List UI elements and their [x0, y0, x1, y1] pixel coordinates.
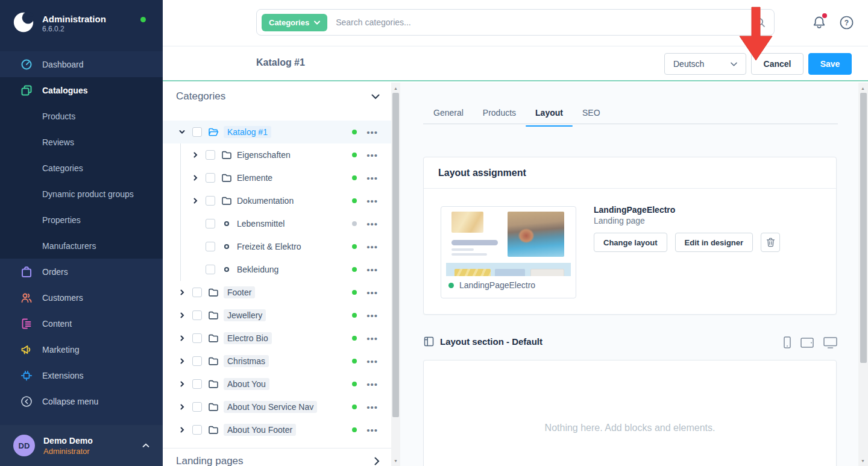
sidebar-subitem-categories[interactable]: Categories: [0, 155, 163, 181]
expand-node-icon[interactable]: [178, 357, 187, 365]
layout-preview[interactable]: LandingPageElectro: [441, 206, 576, 298]
context-menu-button[interactable]: •••: [366, 333, 378, 344]
tree-item-checkbox[interactable]: [192, 356, 202, 366]
tree-item-bekleidung[interactable]: Bekleidung•••: [163, 258, 391, 281]
tree-item-lebensmittel[interactable]: Lebensmittel•••: [163, 212, 391, 235]
tree-item-freizeit-elektro[interactable]: Freizeit & Elektro•••: [163, 235, 391, 258]
tree-item-label[interactable]: Bekleidung: [237, 265, 278, 274]
scroll-down-arrow[interactable]: ▼: [391, 456, 400, 465]
expand-node-icon[interactable]: [178, 426, 187, 434]
sidebar-item-dashboard[interactable]: Dashboard: [0, 51, 163, 77]
scroll-down-arrow[interactable]: ▼: [858, 456, 867, 465]
expand-node-icon[interactable]: [192, 174, 200, 182]
search-entity-tag[interactable]: Categories: [262, 14, 327, 31]
expand-node-icon[interactable]: [178, 380, 187, 388]
tree-item-checkbox[interactable]: [192, 333, 202, 343]
scroll-up-arrow[interactable]: ▲: [858, 84, 867, 92]
tree-item-label[interactable]: Jewellery: [224, 309, 266, 321]
tree-item-about-you-service-nav[interactable]: About You Service Nav•••: [163, 395, 391, 418]
context-menu-button[interactable]: •••: [366, 425, 378, 435]
tree-item-footer[interactable]: Footer•••: [163, 281, 391, 304]
tree-item-christmas[interactable]: Christmas•••: [163, 350, 391, 373]
tree-item-label[interactable]: Katalog #1: [224, 126, 271, 138]
tree-item-checkbox[interactable]: [192, 425, 202, 435]
expand-node-icon[interactable]: [178, 334, 187, 342]
tree-item-dokumentation[interactable]: Dokumentation•••: [163, 189, 391, 212]
cancel-button[interactable]: Cancel: [751, 53, 804, 75]
tree-item-checkbox[interactable]: [206, 219, 215, 228]
search-input[interactable]: [336, 17, 755, 27]
sidebar-item-customers[interactable]: Customers: [0, 285, 163, 310]
tree-item-checkbox[interactable]: [192, 127, 202, 137]
collapse-node-icon[interactable]: [178, 128, 187, 136]
context-menu-button[interactable]: •••: [366, 379, 378, 389]
tree-item-label[interactable]: Christmas: [224, 355, 269, 367]
sidebar-item-content[interactable]: Content: [0, 310, 163, 336]
tree-item-label[interactable]: Elemente: [237, 173, 272, 183]
tree-item-checkbox[interactable]: [192, 288, 202, 297]
tree-item-label[interactable]: About You: [224, 378, 269, 390]
context-menu-button[interactable]: •••: [366, 173, 378, 183]
expand-node-icon[interactable]: [192, 197, 200, 205]
tree-item-label[interactable]: Dokumentation: [237, 196, 294, 206]
sidebar-subitem-manufacturers[interactable]: Manufacturers: [0, 233, 163, 259]
context-menu-button[interactable]: •••: [366, 219, 378, 229]
edit-in-designer-button[interactable]: Edit in designer: [675, 233, 753, 252]
sidebar-subitem-products[interactable]: Products: [0, 103, 163, 129]
tree-item-label[interactable]: Electro Bio: [224, 332, 272, 344]
tree-item-label[interactable]: Lebensmittel: [237, 219, 285, 228]
sidebar-subitem-dynamic-product-groups[interactable]: Dynamic product groups: [0, 181, 163, 207]
tree-item-label[interactable]: Eigenschaften: [237, 150, 291, 160]
change-layout-button[interactable]: Change layout: [594, 233, 667, 252]
scroll-up-arrow[interactable]: ▲: [391, 84, 400, 92]
tree-item-jewellery[interactable]: Jewellery•••: [163, 304, 391, 327]
main-scrollbar[interactable]: ▲ ▼: [858, 83, 868, 466]
context-menu-button[interactable]: •••: [366, 127, 378, 137]
tree-item-electro-bio[interactable]: Electro Bio•••: [163, 327, 391, 350]
expand-node-icon[interactable]: [192, 151, 200, 159]
tree-item-checkbox[interactable]: [206, 150, 215, 160]
tree-item-checkbox[interactable]: [192, 379, 202, 389]
notifications-button[interactable]: [812, 14, 826, 33]
remove-layout-button[interactable]: [761, 233, 780, 252]
tree-item-checkbox[interactable]: [192, 310, 202, 320]
context-menu-button[interactable]: •••: [366, 242, 378, 252]
context-menu-button[interactable]: •••: [366, 356, 378, 367]
tree-scrollbar[interactable]: ▲ ▼: [391, 83, 400, 466]
global-search[interactable]: Categories: [256, 9, 775, 36]
tree-item-label[interactable]: About You Footer: [224, 424, 296, 436]
expand-node-icon[interactable]: [178, 311, 187, 320]
sidebar-item-catalogues[interactable]: Catalogues: [0, 77, 163, 103]
help-button[interactable]: ?: [840, 16, 854, 32]
sidebar-item-marketing[interactable]: Marketing: [0, 336, 163, 362]
scroll-thumb[interactable]: [860, 93, 867, 363]
tree-item-checkbox[interactable]: [206, 196, 215, 206]
tree-item-about-you-footer[interactable]: About You Footer•••: [163, 418, 391, 441]
save-button[interactable]: Save: [808, 53, 852, 75]
context-menu-button[interactable]: •••: [366, 288, 378, 298]
expand-node-icon[interactable]: [178, 288, 187, 297]
context-menu-button[interactable]: •••: [366, 310, 378, 321]
scroll-thumb[interactable]: [392, 93, 399, 417]
tree-item-eigenschaften[interactable]: Eigenschaften•••: [163, 143, 391, 166]
mobile-viewport-button[interactable]: [784, 336, 791, 348]
tree-item-checkbox[interactable]: [206, 265, 215, 274]
tree-item-label[interactable]: Footer: [224, 286, 255, 298]
sidebar-subitem-reviews[interactable]: Reviews: [0, 129, 163, 155]
tree-item-checkbox[interactable]: [206, 173, 215, 183]
tree-item-label[interactable]: Freizeit & Elektro: [237, 242, 301, 251]
user-menu[interactable]: DD Demo Demo Administrator: [0, 425, 163, 466]
sidebar-item-orders[interactable]: Orders: [0, 259, 163, 285]
desktop-viewport-button[interactable]: [823, 337, 837, 348]
language-select[interactable]: Deutsch: [664, 53, 746, 75]
collapse-menu-button[interactable]: Collapse menu: [0, 388, 163, 414]
tree-item-checkbox[interactable]: [192, 402, 202, 412]
context-menu-button[interactable]: •••: [366, 402, 378, 412]
context-menu-button[interactable]: •••: [366, 265, 378, 275]
tree-header[interactable]: Categories: [176, 90, 380, 102]
context-menu-button[interactable]: •••: [366, 196, 378, 206]
expand-node-icon[interactable]: [178, 403, 187, 411]
sidebar-item-extensions[interactable]: Extensions: [0, 362, 163, 388]
tree-item-checkbox[interactable]: [206, 242, 215, 251]
tree-item-label[interactable]: About You Service Nav: [224, 401, 317, 413]
